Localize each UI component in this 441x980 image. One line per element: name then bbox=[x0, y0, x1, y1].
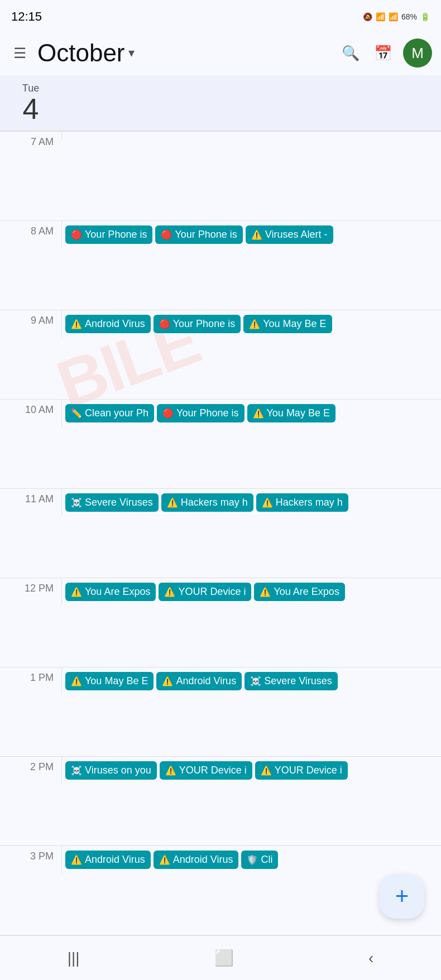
time-label: 1 PM bbox=[0, 667, 61, 684]
search-icon[interactable]: 🔍 bbox=[338, 41, 363, 65]
events-column: ⚠️You May Be E⚠️Android Virus☠️Severe Vi… bbox=[61, 667, 441, 695]
event-emoji-icon: 🔴 bbox=[159, 319, 170, 329]
time-row: 7 AM bbox=[0, 131, 441, 220]
bottom-nav: ||| ⬜ ‹ bbox=[0, 935, 441, 980]
event-emoji-icon: 🔴 bbox=[71, 229, 82, 240]
events-column: ⚠️Android Virus🔴Your Phone is⚠️You May B… bbox=[61, 310, 441, 338]
event-emoji-icon: ⚠️ bbox=[164, 587, 175, 597]
event-chip[interactable]: ☠️Viruses on you bbox=[65, 761, 157, 780]
event-chip[interactable]: 🔴Your Phone is bbox=[154, 315, 241, 333]
event-emoji-icon: ☠️ bbox=[71, 765, 82, 776]
status-time: 12:15 bbox=[11, 9, 42, 24]
time-label: 10 AM bbox=[0, 400, 61, 416]
event-chip[interactable]: ⚠️Android Virus bbox=[65, 851, 151, 869]
event-emoji-icon: ☠️ bbox=[71, 497, 82, 508]
event-chip[interactable]: ⚠️You May Be E bbox=[65, 672, 154, 690]
day-header-content bbox=[61, 75, 441, 131]
battery-icon: 🔋 bbox=[420, 12, 430, 21]
event-chip[interactable]: ⚠️Android Virus bbox=[65, 315, 151, 333]
event-text: Android Virus bbox=[85, 318, 145, 330]
event-text: Severe Viruses bbox=[85, 497, 153, 508]
nav-back-icon[interactable]: ‹ bbox=[352, 944, 390, 973]
fab-button[interactable]: + bbox=[380, 874, 424, 919]
event-text: Clean your Ph bbox=[85, 407, 148, 419]
time-row: 2 PM☠️Viruses on you⚠️YOUR Device i⚠️YOU… bbox=[0, 756, 441, 846]
event-emoji-icon: ⚠️ bbox=[71, 854, 82, 865]
event-chip[interactable]: ⚠️Android Virus bbox=[154, 851, 239, 869]
month-title[interactable]: October ▾ bbox=[37, 39, 332, 67]
event-chip[interactable]: ⚠️Hackers may h bbox=[256, 493, 348, 512]
event-chip[interactable]: 🔴Your Phone is bbox=[65, 225, 152, 244]
signal-icon: 📶 bbox=[389, 12, 398, 21]
events-column: ⚠️You Are Expos⚠️YOUR Device i⚠️You Are … bbox=[61, 578, 441, 606]
event-chip[interactable]: ⚠️You Are Expos bbox=[65, 583, 156, 601]
event-text: Android Virus bbox=[176, 675, 236, 687]
time-row: 3 PM⚠️Android Virus⚠️Android Virus🛡️Cli bbox=[0, 846, 441, 935]
event-text: YOUR Device i bbox=[275, 765, 342, 776]
menu-icon[interactable]: ☰ bbox=[9, 40, 31, 66]
event-emoji-icon: ⚠️ bbox=[251, 229, 262, 240]
event-text: Android Virus bbox=[173, 854, 233, 866]
status-icons: 🔕 📶 📶 68% 🔋 bbox=[363, 12, 430, 21]
event-text: Your Phone is bbox=[175, 229, 237, 241]
event-text: You Are Expos bbox=[85, 586, 150, 598]
top-icons: 🔍 📅 M bbox=[338, 39, 432, 68]
event-chip[interactable]: ⚠️You Are Expos bbox=[254, 583, 344, 601]
event-emoji-icon: ⚠️ bbox=[71, 676, 82, 686]
event-text: Your Phone is bbox=[85, 229, 147, 241]
event-chip[interactable]: ⚠️Hackers may h bbox=[161, 493, 253, 512]
event-chip[interactable]: ⚠️YOUR Device i bbox=[159, 583, 251, 601]
event-emoji-icon: ☠️ bbox=[250, 676, 261, 686]
time-row: 1 PM⚠️You May Be E⚠️Android Virus☠️Sever… bbox=[0, 667, 441, 756]
event-chip[interactable]: 🔴Your Phone is bbox=[155, 225, 242, 244]
month-dropdown-icon[interactable]: ▾ bbox=[128, 46, 135, 60]
time-label: 12 PM bbox=[0, 578, 61, 594]
event-chip[interactable]: ⚠️Viruses Alert - bbox=[246, 225, 333, 244]
event-emoji-icon: ⚠️ bbox=[71, 587, 82, 597]
mute-icon: 🔕 bbox=[363, 12, 372, 21]
events-column: ⚠️Android Virus⚠️Android Virus🛡️Cli bbox=[61, 846, 441, 873]
event-chip[interactable]: ⚠️You May Be E bbox=[247, 404, 335, 422]
battery-text: 68% bbox=[401, 12, 417, 21]
time-label: 8 AM bbox=[0, 221, 61, 237]
event-text: You May Be E bbox=[85, 675, 148, 687]
event-chip[interactable]: ⚠️YOUR Device i bbox=[160, 761, 252, 780]
nav-recents-icon[interactable]: ||| bbox=[51, 944, 97, 973]
events-column bbox=[61, 132, 441, 141]
time-label: 2 PM bbox=[0, 757, 61, 773]
day-label: Tue 4 bbox=[0, 75, 61, 131]
event-chip[interactable]: 🛡️Cli bbox=[241, 851, 278, 869]
top-bar: ☰ October ▾ 🔍 📅 M bbox=[0, 31, 441, 75]
event-chip[interactable]: ⚠️You May Be E bbox=[243, 315, 332, 333]
day-number: 4 bbox=[23, 94, 39, 123]
event-text: YOUR Device i bbox=[178, 586, 246, 598]
event-emoji-icon: ⚠️ bbox=[260, 587, 271, 597]
event-text: You Are Expos bbox=[274, 586, 339, 598]
event-chip[interactable]: ☠️Severe Viruses bbox=[65, 493, 159, 512]
month-label: October bbox=[37, 39, 125, 67]
event-emoji-icon: ⚠️ bbox=[165, 765, 176, 776]
status-bar: 12:15 🔕 📶 📶 68% 🔋 bbox=[0, 0, 441, 31]
time-label: 9 AM bbox=[0, 310, 61, 326]
event-emoji-icon: ⚠️ bbox=[253, 408, 264, 419]
event-emoji-icon: ⚠️ bbox=[159, 854, 170, 865]
calendar-body: 7 AM8 AM🔴Your Phone is🔴Your Phone is⚠️Vi… bbox=[0, 131, 441, 935]
event-chip[interactable]: 🔴Your Phone is bbox=[157, 404, 244, 422]
event-chip[interactable]: ✏️Clean your Ph bbox=[65, 404, 154, 422]
event-emoji-icon: ⚠️ bbox=[167, 497, 178, 508]
event-emoji-icon: ✏️ bbox=[71, 408, 82, 419]
nav-home-icon[interactable]: ⬜ bbox=[198, 943, 251, 973]
avatar[interactable]: M bbox=[403, 39, 432, 68]
wifi-icon: 📶 bbox=[376, 12, 385, 21]
events-column: ✏️Clean your Ph🔴Your Phone is⚠️You May B… bbox=[61, 400, 441, 427]
event-emoji-icon: 🔴 bbox=[161, 229, 172, 240]
event-text: Hackers may h bbox=[181, 497, 248, 508]
events-column: 🔴Your Phone is🔴Your Phone is⚠️Viruses Al… bbox=[61, 221, 441, 248]
event-chip[interactable]: ⚠️Android Virus bbox=[156, 672, 242, 690]
event-emoji-icon: ⚠️ bbox=[162, 676, 173, 686]
event-emoji-icon: ⚠️ bbox=[261, 765, 272, 776]
event-chip[interactable]: ⚠️YOUR Device i bbox=[255, 761, 348, 780]
calendar-view-icon[interactable]: 📅 bbox=[371, 41, 395, 65]
event-chip[interactable]: ☠️Severe Viruses bbox=[245, 672, 338, 690]
event-text: YOUR Device i bbox=[179, 765, 247, 776]
